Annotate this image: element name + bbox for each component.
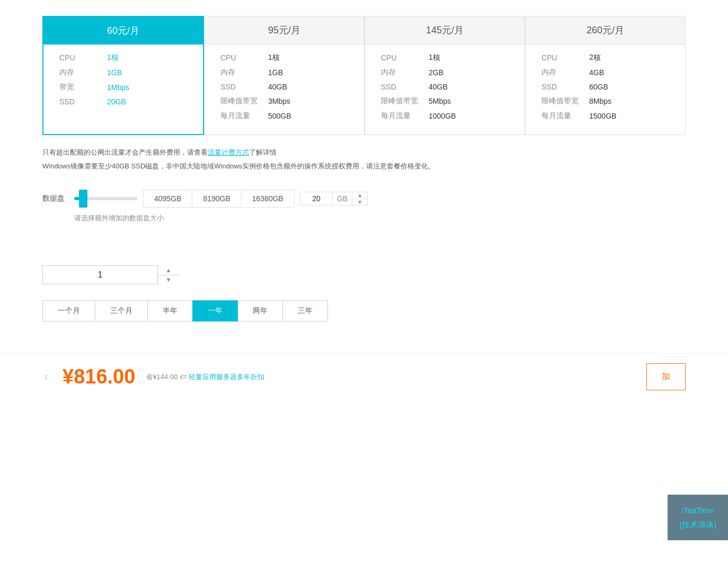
pricing-spec-row: SSD 40GB: [381, 83, 509, 91]
cpu-value: 1核: [107, 53, 119, 62]
pricing-card-60-header: 60元/月: [43, 17, 203, 44]
pricing-spec-row: 每月流量 1500GB: [541, 111, 669, 121]
quantity-increment-button[interactable]: ▲: [158, 266, 179, 275]
pricing-spec-row: 内存 1GB: [59, 68, 187, 77]
peak-bw-value: 3Mbps: [268, 97, 290, 105]
mem-label: 内存: [381, 68, 418, 77]
tag-icon: 🏷: [180, 373, 187, 381]
cpu-value: 2核: [589, 53, 601, 62]
duration-section: 一个月 三个月 半年 一年 两年 三年: [42, 300, 686, 321]
disk-section: 数据盘 4095GB 8190GB 16380GB GB ▲ ▼: [42, 189, 686, 223]
pricing-card-260-body: CPU 2核 内存 4GB SSD 60GB 限峰值带宽 8Mbps 每月流量: [526, 44, 685, 135]
bw-value: 1Mbps: [107, 83, 129, 92]
pricing-spec-row: SSD 40GB: [220, 83, 348, 91]
pricing-card-260-header: 260元/月: [526, 16, 685, 44]
traffic-value: 1000GB: [429, 112, 456, 120]
tab-1month[interactable]: 一个月: [42, 300, 95, 321]
cpu-label: CPU: [59, 53, 96, 62]
notes-suffix: 了解详情: [249, 148, 277, 156]
notes-line1: 只有超出配额的公网出流量才会产生额外费用，请查看流量计费方式了解详情: [42, 146, 686, 159]
traffic-label: 每月流量: [541, 111, 579, 121]
notes-line2: Windows镜像需要至少40GB SSD磁盘，非中国大陆地域Windows实例…: [42, 159, 686, 173]
mem-value: 2GB: [429, 68, 443, 77]
pricing-spec-row: SSD 20GB: [59, 97, 187, 106]
disk-slider[interactable]: [74, 189, 138, 208]
ssd-label: SSD: [381, 83, 418, 91]
pricing-card-145[interactable]: 145元/月 CPU 1核 内存 2GB SSD 40GB 限峰值带宽 5Mbp…: [365, 16, 525, 135]
disk-label: 数据盘: [42, 194, 69, 203]
peak-bw-label: 限峰值带宽: [541, 96, 579, 106]
disk-options: 4095GB 8190GB 16380GB: [143, 190, 295, 208]
traffic-link[interactable]: 流量计费方式: [208, 148, 249, 156]
pricing-spec-row: 内存 2GB: [381, 68, 509, 77]
pricing-card-260[interactable]: 260元/月 CPU 2核 内存 4GB SSD 60GB 限峰值带宽 8Mbp…: [525, 16, 686, 135]
disk-input[interactable]: [300, 192, 332, 205]
duration-tabs: 一个月 三个月 半年 一年 两年 三年: [42, 300, 686, 321]
disk-decrement-button[interactable]: ▼: [352, 199, 367, 205]
peak-bw-label: 限峰值带宽: [381, 96, 418, 106]
traffic-value: 1500GB: [589, 112, 616, 120]
tab-halfyear[interactable]: 半年: [147, 300, 193, 321]
quantity-section: ▲ ▼: [42, 265, 686, 284]
pricing-spec-row: 内存 1GB: [220, 68, 348, 77]
disk-option-4095[interactable]: 4095GB: [144, 190, 192, 207]
bw-label: 带宽: [59, 83, 96, 92]
notes-section: 只有超出配额的公网出流量才会产生额外费用，请查看流量计费方式了解详情 Windo…: [42, 146, 686, 173]
pricing-spec-row: CPU 2核: [541, 53, 669, 62]
disk-input-wrapper: GB ▲ ▼: [300, 192, 368, 205]
cpu-value: 1核: [429, 53, 440, 62]
pricing-spec-row: CPU 1核: [381, 53, 509, 62]
pricing-spec-row: CPU 1核: [59, 53, 187, 62]
quantity-wrapper: ▲ ▼: [42, 265, 159, 284]
pricing-card-145-body: CPU 1核 内存 2GB SSD 40GB 限峰值带宽 5Mbps 每月流量: [365, 44, 525, 135]
pricing-spec-row: 限峰值带宽 5Mbps: [381, 96, 509, 106]
traffic-label: 每月流量: [381, 111, 418, 121]
pricing-spec-row: 限峰值带宽 8Mbps: [541, 96, 669, 106]
mem-label: 内存: [541, 68, 579, 77]
disk-option-16380[interactable]: 16380GB: [242, 190, 294, 207]
cpu-label: CPU: [381, 53, 418, 62]
ssd-value: 20GB: [107, 97, 126, 106]
traffic-value: 500GB: [268, 112, 291, 120]
tab-3year[interactable]: 三年: [282, 300, 328, 321]
quantity-spinners: ▲ ▼: [157, 266, 179, 284]
pricing-cards: 60元/月 CPU 1核 内存 1GB 带宽 1Mbps SSD 20GB: [42, 16, 686, 135]
pricing-spec-row: SSD 60GB: [541, 83, 669, 91]
disk-slider-thumb[interactable]: [79, 190, 87, 208]
tab-1year[interactable]: 一年: [192, 300, 238, 321]
pricing-spec-row: 每月流量 1000GB: [381, 111, 509, 121]
pricing-card-60[interactable]: 60元/月 CPU 1核 内存 1GB 带宽 1Mbps SSD 20GB: [42, 16, 204, 135]
pricing-card-60-body: CPU 1核 内存 1GB 带宽 1Mbps SSD 20GB: [43, 44, 203, 120]
tab-3month[interactable]: 三个月: [95, 300, 148, 321]
pricing-spec-row: 内存 4GB: [541, 68, 669, 77]
quantity-input[interactable]: [43, 266, 157, 284]
buy-button[interactable]: 加: [646, 363, 686, 390]
pricing-card-145-header: 145元/月: [365, 16, 525, 44]
ssd-label: SSD: [59, 97, 96, 106]
ssd-value: 40GB: [429, 83, 448, 91]
ssd-label: SSD: [541, 83, 579, 91]
footer-price: ¥816.00: [63, 365, 135, 388]
notes-prefix: 只有超出配额的公网出流量才会产生额外费用，请查看: [42, 148, 208, 156]
pricing-spec-row: CPU 1核: [220, 53, 348, 62]
quantity-decrement-button[interactable]: ▼: [158, 275, 179, 284]
pricing-spec-row: 每月流量 500GB: [220, 111, 348, 121]
disk-option-8190[interactable]: 8190GB: [192, 190, 241, 207]
traffic-label: 每月流量: [220, 111, 258, 121]
tab-2year[interactable]: 两年: [237, 300, 283, 321]
mem-value: 4GB: [589, 68, 604, 77]
ssd-value: 40GB: [268, 83, 287, 91]
ssd-label: SSD: [220, 83, 258, 91]
disk-spinners: ▲ ▼: [352, 192, 367, 205]
tag-text[interactable]: 轻量应用服务器多年折扣: [189, 373, 264, 381]
peak-bw-label: 限峰值带宽: [220, 96, 258, 106]
peak-bw-value: 8Mbps: [589, 97, 611, 105]
pricing-card-95[interactable]: 95元/月 CPU 1核 内存 1GB SSD 40GB 限峰值带宽 3Mbps: [204, 16, 365, 135]
disk-unit: GB: [332, 192, 352, 205]
save-amount: 省¥144.00: [146, 373, 177, 381]
footer-price-label: ：: [42, 372, 50, 382]
cpu-value: 1核: [268, 53, 280, 62]
disk-increment-button[interactable]: ▲: [352, 192, 367, 199]
peak-bw-value: 5Mbps: [429, 97, 451, 105]
pricing-card-95-header: 95元/月: [205, 16, 364, 44]
